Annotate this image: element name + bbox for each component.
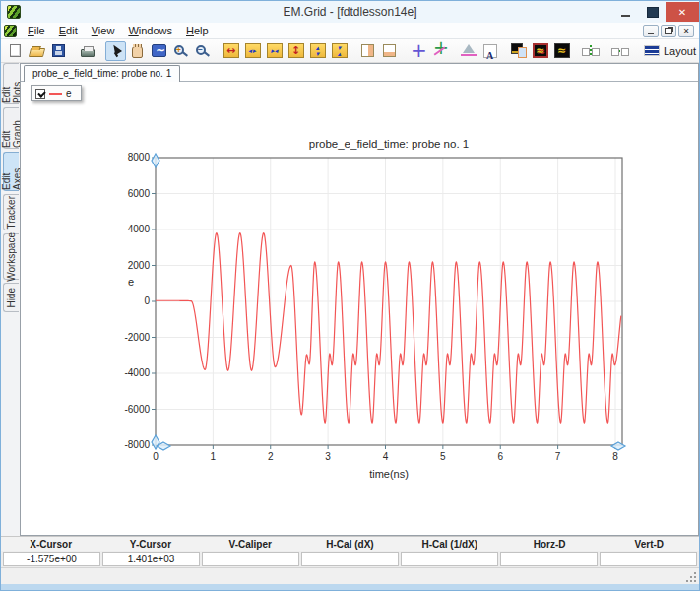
close-button[interactable] <box>666 2 699 22</box>
mdi-restore-button[interactable] <box>661 25 676 37</box>
select-arrow-icon[interactable] <box>105 41 126 61</box>
save-icon[interactable] <box>48 41 69 61</box>
layout-menu[interactable]: Layout▾ <box>639 41 700 61</box>
open-folder-icon[interactable] <box>27 41 47 61</box>
sidebar-tab-strip: Edit PlotsEdit GraphEdit AxesTrackerWork… <box>3 63 20 536</box>
panel-horizontal-icon[interactable] <box>379 41 400 61</box>
zoom-in-icon[interactable] <box>170 41 191 61</box>
menu-help[interactable]: Help <box>179 24 216 37</box>
y-tick-label: 4000 <box>128 224 151 234</box>
add-marker-glyph <box>411 43 425 58</box>
spacing-vertical-glyph <box>582 44 600 58</box>
y-compress-icon[interactable] <box>329 41 350 61</box>
x-tick-label: 8 <box>612 451 618 462</box>
save-glyph <box>52 44 65 57</box>
x-tick-label: 3 <box>325 451 331 462</box>
legend-box: e <box>31 85 82 101</box>
spacing-horizontal-icon[interactable] <box>609 41 631 61</box>
status-column-header: V-Caliper <box>201 539 300 550</box>
toolbar-group <box>105 41 213 61</box>
sidebar-tab-edit-axes[interactable]: Edit Axes <box>3 152 19 191</box>
status-column-header: H-Cal (dX) <box>300 539 400 550</box>
x-extents-glyph <box>223 43 239 58</box>
mdi-minimize-button[interactable] <box>643 25 659 37</box>
x-compress-icon[interactable] <box>264 41 285 61</box>
y-expand-icon[interactable] <box>307 41 328 61</box>
plot-style-active-glyph <box>533 43 548 58</box>
y-extents-icon[interactable] <box>286 41 306 61</box>
x-tick-label: 5 <box>440 451 446 462</box>
new-document-icon[interactable] <box>5 41 26 61</box>
copy-plot-icon[interactable] <box>508 41 529 61</box>
pan-hand-icon[interactable] <box>127 41 148 61</box>
chart-area[interactable]: 80006000400020000-2000-4000-6000-8000012… <box>119 133 646 483</box>
x-expand-icon[interactable] <box>242 41 263 61</box>
select-arrow-glyph <box>110 44 121 57</box>
y-expand-glyph <box>310 43 326 58</box>
toolbar-group <box>5 41 69 61</box>
layout-label: Layout <box>664 45 696 57</box>
layout-bars-icon <box>644 45 660 56</box>
y-tick-label: -6000 <box>124 404 150 415</box>
panel-vertical-icon[interactable] <box>357 41 378 61</box>
axis-handle-bottom-right[interactable] <box>611 442 625 450</box>
sidebar-tab-workspace[interactable]: Workspace <box>3 233 19 280</box>
cursor-status-values: -1.575e+001.401e+03 <box>1 551 699 567</box>
menu-windows[interactable]: Windows <box>121 24 179 37</box>
maximize-button[interactable] <box>639 2 666 22</box>
toolbar-group <box>609 41 631 61</box>
status-column-header: H-Cal (1/dX) <box>400 539 499 550</box>
sidebar-tab-label: Hide <box>6 288 17 308</box>
x-expand-glyph <box>245 43 261 58</box>
sidebar-tab-edit-plots[interactable]: Edit Plots <box>3 63 19 104</box>
legend-checkbox[interactable] <box>35 89 45 98</box>
toolbar-group <box>77 41 97 61</box>
menu-edit[interactable]: Edit <box>52 24 85 37</box>
sidebar-tab-tracker[interactable]: Tracker <box>3 194 19 230</box>
menu-view[interactable]: View <box>85 24 122 37</box>
y-tick-label: -8000 <box>124 439 150 450</box>
status-value-cell <box>401 552 498 566</box>
add-marker-icon[interactable] <box>408 41 428 61</box>
sidebar-tab-edit-graph[interactable]: Edit Graph <box>3 107 19 149</box>
menu-bar: FileEditViewWindowsHelp <box>1 23 699 39</box>
zoom-out-icon[interactable] <box>192 41 213 61</box>
zoom-out-glyph <box>196 45 206 55</box>
legend-label: e <box>66 88 72 98</box>
spacing-vertical-icon[interactable] <box>580 41 602 61</box>
panel-vertical-glyph <box>361 44 374 57</box>
print-glyph <box>81 49 95 57</box>
x-tick-label: 7 <box>555 451 561 462</box>
status-value-cell: 1.401e+03 <box>102 552 200 566</box>
status-column-header: Horz-D <box>499 539 599 550</box>
x-tick-label: 6 <box>497 451 503 462</box>
plot-style-icon[interactable] <box>551 41 572 61</box>
caliper-icon[interactable] <box>458 41 478 61</box>
chart-title: probe_e_field_time: probe no. 1 <box>309 138 469 150</box>
axis-handle-top-left[interactable] <box>152 154 159 167</box>
zoom-window-icon[interactable] <box>149 41 169 61</box>
x-tick-label: 1 <box>211 451 217 462</box>
y-axis-label: e <box>128 276 134 288</box>
toolbar-group <box>357 41 400 61</box>
menu-file[interactable]: File <box>21 24 52 37</box>
x-extents-icon[interactable] <box>221 41 241 61</box>
document-tab[interactable]: probe_e_field_time: probe no. 1 <box>24 65 180 82</box>
copy-plot-glyph <box>511 43 527 58</box>
text-annotation-icon[interactable] <box>479 41 500 61</box>
y-tick-label: -4000 <box>124 367 150 378</box>
minimize-button[interactable] <box>612 2 639 22</box>
x-tick-label: 4 <box>383 451 389 462</box>
mdi-window-controls <box>643 25 696 37</box>
x-axis-label: time(ns) <box>369 468 409 480</box>
mdi-close-button[interactable] <box>678 25 694 37</box>
app-status-bar <box>1 567 699 584</box>
resize-grip[interactable] <box>686 572 696 582</box>
sidebar-tab-hide[interactable]: Hide <box>3 283 19 312</box>
tracker-axes-icon[interactable] <box>429 41 450 61</box>
y-tick-label: 2000 <box>128 260 151 271</box>
chart-svg[interactable]: 80006000400020000-2000-4000-6000-8000012… <box>119 133 646 483</box>
plot-style-active-icon[interactable] <box>530 41 550 61</box>
print-icon[interactable] <box>77 41 97 61</box>
status-column-header: Vert-D <box>600 539 699 550</box>
